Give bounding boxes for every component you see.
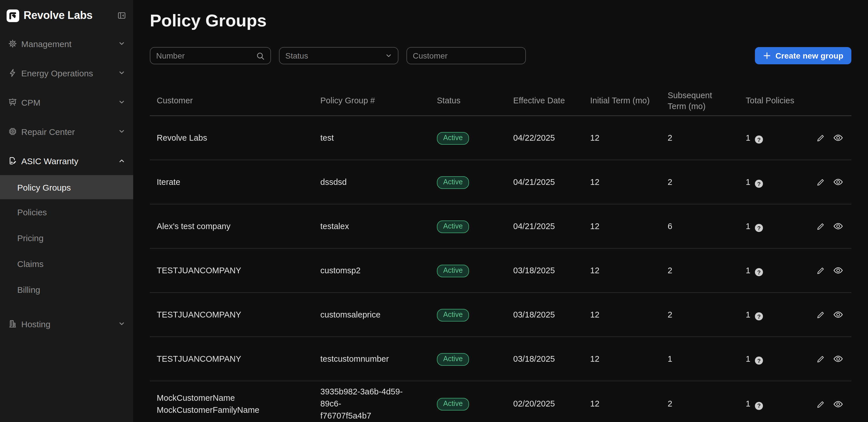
effective-date-cell: 03/18/2025 bbox=[506, 248, 583, 293]
effective-date-cell: 04/22/2025 bbox=[506, 116, 583, 160]
customer-cell: TESTJUANCOMPANY bbox=[150, 248, 313, 293]
table-row: TESTJUANCOMPANY customsaleprice Active 0… bbox=[150, 293, 851, 337]
view-icon[interactable] bbox=[833, 309, 843, 320]
table-body: Revolve Labs test Active 04/22/2025 12 2… bbox=[150, 116, 851, 422]
total-policies-cell: 1? bbox=[739, 293, 815, 337]
document-pen-icon bbox=[8, 156, 17, 165]
sidebar-item-claims[interactable]: Claims bbox=[0, 251, 133, 277]
logo-bar: Revolve Labs bbox=[0, 0, 133, 31]
sidebar-item-label: ASIC Warranty bbox=[21, 156, 79, 165]
subsequent-term-cell: 1 bbox=[661, 337, 739, 381]
initial-term-cell: 12 bbox=[583, 160, 661, 204]
view-icon[interactable] bbox=[833, 132, 843, 143]
subsequent-term-cell: 2 bbox=[661, 381, 739, 422]
sidebar-item-hosting[interactable]: Hosting bbox=[0, 312, 133, 335]
policy-group-number-cell: testcustomnumber bbox=[313, 337, 430, 381]
customer-cell: Revolve Labs bbox=[150, 116, 313, 160]
app-window: Revolve Labs Management Energy Operation… bbox=[0, 0, 868, 422]
customer-filter bbox=[406, 47, 526, 64]
total-policies-value: 1 bbox=[746, 221, 750, 231]
table-row: Alex's test company testalex Active 04/2… bbox=[150, 204, 851, 248]
question-circle-icon[interactable]: ? bbox=[755, 135, 763, 144]
subsequent-term-cell: 2 bbox=[661, 293, 739, 337]
sidebar-item-energy-operations[interactable]: Energy Operations bbox=[0, 61, 133, 84]
effective-date-cell: 04/21/2025 bbox=[506, 160, 583, 204]
view-icon[interactable] bbox=[833, 265, 843, 276]
create-new-group-button[interactable]: Create new group bbox=[755, 47, 851, 64]
initial-term-cell: 12 bbox=[583, 204, 661, 248]
table-row: TESTJUANCOMPANY testcustomnumber Active … bbox=[150, 337, 851, 381]
edit-icon[interactable] bbox=[816, 222, 826, 231]
view-icon[interactable] bbox=[833, 399, 843, 409]
question-circle-icon[interactable]: ? bbox=[755, 357, 763, 365]
sidebar-item-cpm[interactable]: CPM bbox=[0, 91, 133, 114]
total-policies-cell: 1? bbox=[739, 248, 815, 293]
total-policies-value: 1 bbox=[746, 177, 750, 186]
total-policies-cell: 1? bbox=[739, 160, 815, 204]
question-circle-icon[interactable]: ? bbox=[755, 402, 763, 410]
chevron-down-icon bbox=[118, 99, 125, 106]
view-icon[interactable] bbox=[833, 221, 843, 231]
total-policies-cell: 1? bbox=[739, 381, 815, 422]
view-icon[interactable] bbox=[833, 177, 843, 187]
number-filter-input[interactable] bbox=[150, 51, 270, 60]
sidebar: Revolve Labs Management Energy Operation… bbox=[0, 0, 133, 422]
initial-term-cell: 12 bbox=[583, 337, 661, 381]
sidebar-item-label: Hosting bbox=[21, 319, 51, 329]
subsequent-term-cell: 2 bbox=[661, 160, 739, 204]
policy-group-number-cell: customsaleprice bbox=[313, 293, 430, 337]
policy-group-number-cell: testalex bbox=[313, 204, 430, 248]
status-cell: Active bbox=[430, 293, 506, 337]
app-title: Revolve Labs bbox=[24, 9, 117, 22]
actions-cell bbox=[815, 337, 851, 381]
chip-icon bbox=[8, 127, 17, 136]
policy-group-number-cell: test bbox=[313, 116, 430, 160]
number-filter bbox=[150, 47, 271, 64]
initial-term-cell: 12 bbox=[583, 293, 661, 337]
question-circle-icon[interactable]: ? bbox=[755, 268, 763, 276]
edit-icon[interactable] bbox=[816, 266, 826, 275]
sidebar-item-policy-groups[interactable]: Policy Groups bbox=[0, 175, 133, 199]
sidebar-item-repair-center[interactable]: Repair Center bbox=[0, 120, 133, 143]
sidebar-item-policies[interactable]: Policies bbox=[0, 199, 133, 225]
table-row: MockCustomerName MockCustomerFamilyName … bbox=[150, 381, 851, 422]
column-header-effective-date: Effective Date bbox=[506, 86, 583, 116]
status-cell: Active bbox=[430, 381, 506, 422]
main-content: Policy Groups Status Create new group bbox=[133, 0, 868, 422]
column-header-customer: Customer bbox=[150, 86, 313, 116]
edit-icon[interactable] bbox=[816, 310, 826, 319]
column-header-initial-term: Initial Term (mo) bbox=[583, 86, 661, 116]
sidebar-item-billing[interactable]: Billing bbox=[0, 277, 133, 303]
customer-cell: Alex's test company bbox=[150, 204, 313, 248]
collapse-sidebar-icon[interactable] bbox=[117, 11, 126, 20]
edit-icon[interactable] bbox=[816, 133, 826, 142]
sidebar-item-asic-warranty[interactable]: ASIC Warranty bbox=[0, 149, 133, 172]
question-circle-icon[interactable]: ? bbox=[755, 224, 763, 232]
presentation-chart-icon bbox=[8, 98, 17, 107]
actions-cell bbox=[815, 381, 851, 422]
chevron-up-icon bbox=[118, 157, 125, 164]
subsequent-term-cell: 2 bbox=[661, 116, 739, 160]
policy-group-number-cell: dssdsd bbox=[313, 160, 430, 204]
edit-icon[interactable] bbox=[816, 399, 826, 409]
status-badge: Active bbox=[437, 176, 469, 189]
actions-cell bbox=[815, 248, 851, 293]
sidebar-item-label: Energy Operations bbox=[21, 68, 93, 78]
sidebar-item-pricing[interactable]: Pricing bbox=[0, 225, 133, 251]
initial-term-cell: 12 bbox=[583, 116, 661, 160]
status-filter-select[interactable]: Status bbox=[279, 47, 398, 64]
policy-group-number-cell: customsp2 bbox=[313, 248, 430, 293]
filter-bar: Status Create new group bbox=[150, 47, 851, 64]
column-header-subsequent-term: Subsequent Term (mo) bbox=[661, 86, 739, 116]
edit-icon[interactable] bbox=[816, 177, 826, 187]
question-circle-icon[interactable]: ? bbox=[755, 312, 763, 320]
edit-icon[interactable] bbox=[816, 354, 826, 363]
question-circle-icon[interactable]: ? bbox=[755, 180, 763, 188]
customer-filter-input[interactable] bbox=[407, 51, 525, 60]
status-cell: Active bbox=[430, 160, 506, 204]
sidebar-item-management[interactable]: Management bbox=[0, 32, 133, 55]
table-row: TESTJUANCOMPANY customsp2 Active 03/18/2… bbox=[150, 248, 851, 293]
status-badge: Active bbox=[437, 220, 469, 233]
chevron-down-icon bbox=[118, 40, 125, 47]
view-icon[interactable] bbox=[833, 354, 843, 364]
